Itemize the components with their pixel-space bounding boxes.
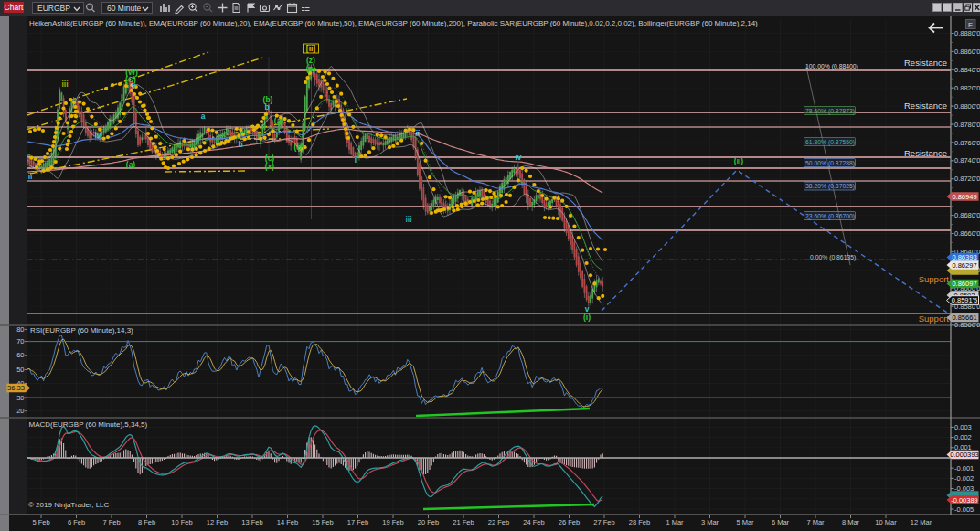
svg-text:36.33: 36.33 — [7, 384, 25, 392]
svg-text:0.8780'0: 0.8780'0 — [954, 121, 980, 129]
svg-text:(a): (a) — [274, 116, 284, 125]
svg-text:Resistance: Resistance — [904, 148, 947, 158]
svg-text:6 Feb: 6 Feb — [68, 518, 85, 526]
svg-text:27 Feb: 27 Feb — [593, 518, 614, 526]
svg-text:22 Feb: 22 Feb — [488, 518, 509, 526]
svg-text:61.80% (0.87550): 61.80% (0.87550) — [805, 139, 855, 146]
svg-text:0.86949: 0.86949 — [952, 193, 976, 201]
svg-text:24 Feb: 24 Feb — [523, 518, 544, 526]
svg-text:F: F — [968, 21, 973, 29]
svg-text:0.002: 0.002 — [954, 433, 972, 441]
svg-text:7 Mar: 7 Mar — [806, 518, 825, 526]
svg-text:0.8760'0: 0.8760'0 — [954, 139, 980, 147]
svg-text:ii: ii — [28, 172, 33, 181]
svg-text:10 Mar: 10 Mar — [875, 518, 897, 526]
svg-text:21 Feb: 21 Feb — [453, 518, 474, 526]
svg-text:38.20% (0.87025): 38.20% (0.87025) — [805, 183, 855, 190]
svg-text:12 Feb: 12 Feb — [207, 518, 228, 526]
svg-text:0.8820'0: 0.8820'0 — [954, 84, 980, 92]
svg-text:(b): (b) — [294, 143, 304, 152]
svg-text:0.8720'0: 0.8720'0 — [954, 175, 980, 183]
svg-text:8 Feb: 8 Feb — [138, 518, 155, 526]
svg-text:100.00% (0.88400): 100.00% (0.88400) — [805, 63, 858, 70]
svg-text:i: i — [355, 155, 357, 165]
svg-text:50: 50 — [16, 366, 24, 374]
svg-text:0.86297: 0.86297 — [952, 261, 976, 270]
svg-text:0.8740'0: 0.8740'0 — [954, 156, 980, 165]
svg-text:23.60% (0.86700): 23.60% (0.86700) — [805, 213, 855, 220]
svg-text:3 Mar: 3 Mar — [701, 518, 719, 526]
svg-text:ii: ii — [416, 129, 421, 138]
svg-text:20: 20 — [16, 407, 24, 415]
svg-text:0.8860'0: 0.8860'0 — [954, 48, 980, 56]
svg-text:0.8880'0: 0.8880'0 — [954, 29, 980, 37]
svg-text:19 Feb: 19 Feb — [382, 518, 403, 526]
svg-text:iv: iv — [515, 153, 521, 162]
svg-text:-0.005: -0.005 — [954, 505, 974, 514]
svg-text:80: 80 — [16, 325, 24, 334]
svg-text:(x): (x) — [265, 162, 275, 171]
svg-text:20 Feb: 20 Feb — [418, 518, 439, 526]
svg-text:13 Feb: 13 Feb — [241, 518, 262, 526]
svg-text:6 Mar: 6 Mar — [772, 518, 790, 526]
svg-text:70: 70 — [16, 337, 24, 345]
svg-text:26 Feb: 26 Feb — [559, 518, 580, 526]
svg-text:30: 30 — [16, 394, 24, 402]
svg-text:iv: iv — [94, 131, 101, 140]
svg-text:0.8800'0: 0.8800'0 — [954, 102, 980, 111]
svg-text:b: b — [238, 140, 242, 149]
svg-text:-0.001: -0.001 — [954, 464, 974, 473]
svg-text:-0.002: -0.002 — [954, 474, 974, 483]
svg-text:(a): (a) — [126, 160, 136, 169]
svg-text:a: a — [201, 112, 206, 121]
svg-text:HeikenAshi8(EURGBP (60 Minute): HeikenAshi8(EURGBP (60 Minute)), EMA(EUR… — [29, 19, 758, 27]
svg-text:0.85661: 0.85661 — [952, 313, 976, 322]
svg-text:[ii]: [ii] — [306, 44, 316, 53]
svg-text:50.00% (0.87288): 50.00% (0.87288) — [805, 160, 855, 167]
svg-text:5 Feb: 5 Feb — [32, 518, 49, 526]
svg-text:0.000393: 0.000393 — [950, 451, 978, 459]
svg-text:MACD(EURGBP (60 Minute),5,34,5: MACD(EURGBP (60 Minute),5,34,5) — [29, 420, 148, 429]
svg-text:1 Mar: 1 Mar — [666, 518, 684, 526]
svg-text:10 Feb: 10 Feb — [171, 518, 192, 526]
svg-text:(ii): (ii) — [734, 156, 744, 165]
svg-text:0.86097: 0.86097 — [952, 280, 976, 288]
svg-text:8 Mar: 8 Mar — [842, 518, 860, 526]
svg-text:0.8840'0: 0.8840'0 — [954, 66, 980, 74]
svg-text:14 Feb: 14 Feb — [277, 518, 298, 526]
svg-text:iii: iii — [61, 80, 68, 89]
svg-text:0.003: 0.003 — [954, 423, 972, 431]
svg-text:17 Feb: 17 Feb — [347, 518, 368, 526]
svg-text:7 Feb: 7 Feb — [102, 518, 120, 526]
svg-text:Resistance: Resistance — [904, 58, 947, 68]
svg-text:0.8660'0: 0.8660'0 — [954, 229, 980, 238]
svg-text:5 Mar: 5 Mar — [736, 518, 754, 526]
svg-text:iii: iii — [405, 215, 411, 224]
svg-text:(i): (i) — [583, 313, 591, 322]
svg-text:Support: Support — [919, 313, 950, 324]
svg-text:-0.00389: -0.00389 — [951, 496, 978, 504]
svg-text:0.8591'5: 0.8591'5 — [952, 296, 978, 304]
svg-text:0.00% (0.86135): 0.00% (0.86135) — [810, 254, 856, 261]
svg-text:60: 60 — [16, 351, 24, 359]
svg-text:28 Feb: 28 Feb — [629, 518, 650, 526]
svg-text:Resistance: Resistance — [904, 101, 947, 111]
svg-text:b: b — [264, 102, 269, 112]
svg-text:v: v — [132, 81, 136, 90]
svg-text:© 2019 NinjaTrader, LLC: © 2019 NinjaTrader, LLC — [28, 501, 110, 509]
svg-text:0.8680'0: 0.8680'0 — [954, 211, 980, 219]
svg-text:78.60% (0.87873): 78.60% (0.87873) — [805, 108, 855, 115]
svg-text:15 Feb: 15 Feb — [312, 518, 333, 526]
svg-text:Support: Support — [919, 274, 950, 284]
svg-text:(c): (c) — [306, 64, 316, 73]
svg-text:12 Mar: 12 Mar — [911, 518, 932, 526]
svg-text:RSI(EURGBP (60 Minute),14,3): RSI(EURGBP (60 Minute),14,3) — [30, 326, 133, 335]
